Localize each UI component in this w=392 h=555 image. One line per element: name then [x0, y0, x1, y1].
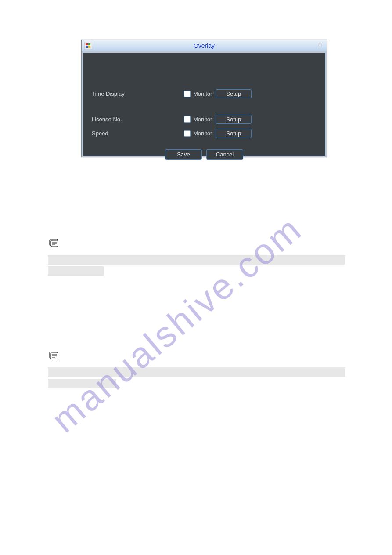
setup-button-license-no[interactable]: Setup — [216, 115, 252, 124]
row-time-display: Time Display Monitor Setup — [92, 88, 316, 99]
checkbox-time-display[interactable] — [184, 91, 191, 97]
overlay-dialog: Overlay × Time Display Monitor Setup Lic… — [81, 40, 327, 157]
text-bar — [48, 379, 116, 388]
monitor-label: Monitor — [193, 130, 212, 137]
button-row: Save Cancel — [92, 149, 316, 160]
monitor-label: Monitor — [193, 116, 212, 123]
checkbox-speed[interactable] — [184, 130, 191, 137]
row-license-no: License No. Monitor Setup — [92, 113, 316, 125]
watermark-text: manualshive.com — [44, 208, 310, 441]
setup-button-speed[interactable]: Setup — [216, 129, 252, 138]
close-icon[interactable]: × — [316, 42, 324, 50]
svg-rect-3 — [86, 46, 88, 48]
setup-button-time-display[interactable]: Setup — [216, 89, 252, 98]
cancel-button[interactable]: Cancel — [206, 149, 243, 160]
label-speed: Speed — [92, 130, 184, 137]
note-icon — [49, 239, 59, 247]
dialog-title: Overlay — [194, 42, 215, 49]
app-icon — [84, 42, 92, 50]
note-icon — [49, 352, 59, 359]
text-bar — [48, 266, 104, 276]
svg-rect-1 — [86, 43, 88, 45]
svg-rect-4 — [88, 46, 90, 48]
row-speed: Speed Monitor Setup — [92, 127, 316, 139]
label-license-no: License No. — [92, 116, 184, 123]
text-bar — [48, 367, 345, 377]
svg-rect-2 — [88, 43, 90, 45]
label-time-display: Time Display — [92, 91, 184, 97]
save-button[interactable]: Save — [165, 149, 202, 160]
text-bar — [48, 255, 345, 265]
titlebar: Overlay × — [82, 40, 327, 51]
checkbox-license-no[interactable] — [184, 116, 191, 123]
monitor-label: Monitor — [193, 91, 212, 97]
dialog-body: Time Display Monitor Setup License No. M… — [82, 51, 327, 157]
